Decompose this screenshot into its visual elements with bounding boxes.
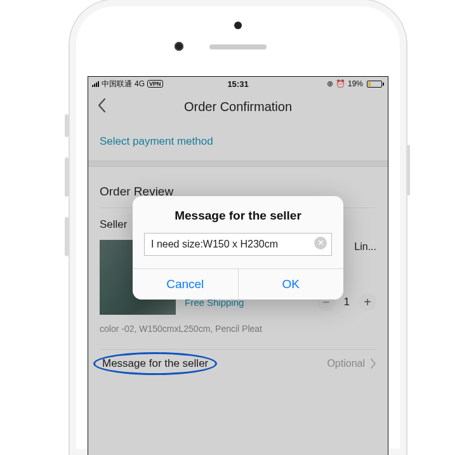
message-for-seller-row[interactable]: Message for the seller Optional bbox=[88, 350, 388, 378]
front-camera bbox=[175, 42, 183, 51]
status-time: 15:31 bbox=[88, 79, 388, 89]
dialog-title: Message for the seller bbox=[133, 196, 343, 233]
seller-message-input[interactable] bbox=[144, 233, 332, 256]
battery-icon bbox=[366, 81, 384, 88]
product-variant: color -02, W150cmxL250cm, Pencil Pleat bbox=[88, 321, 388, 349]
phone-power-button bbox=[406, 145, 410, 195]
section-divider bbox=[88, 161, 388, 167]
clear-input-button[interactable]: ✕ bbox=[314, 237, 327, 249]
screen: 中国联通 4G VPN 15:31 ⊕ ⏰ 19% Order Confirma… bbox=[88, 76, 388, 455]
cancel-button[interactable]: Cancel bbox=[133, 269, 239, 300]
message-dialog: Message for the seller ✕ Cancel OK bbox=[133, 196, 343, 300]
select-payment-method-link[interactable]: Select payment method bbox=[88, 122, 388, 161]
message-row-hint: Optional bbox=[327, 358, 365, 369]
quantity-value: 1 bbox=[344, 296, 350, 308]
qty-plus-button[interactable]: + bbox=[359, 293, 376, 311]
phone-side-buttons bbox=[65, 114, 69, 277]
phone-frame: 中国联通 4G VPN 15:31 ⊕ ⏰ 19% Order Confirma… bbox=[70, 0, 406, 455]
sensor-dot bbox=[234, 22, 242, 29]
ok-button[interactable]: OK bbox=[239, 269, 344, 300]
message-row-label: Message for the seller bbox=[102, 357, 208, 369]
nav-header: Order Confirmation bbox=[88, 91, 388, 122]
phone-speaker bbox=[209, 44, 267, 49]
status-bar: 中国联通 4G VPN 15:31 ⊕ ⏰ 19% bbox=[88, 77, 388, 91]
chevron-right-icon bbox=[370, 355, 376, 373]
page-title: Order Confirmation bbox=[88, 100, 388, 114]
